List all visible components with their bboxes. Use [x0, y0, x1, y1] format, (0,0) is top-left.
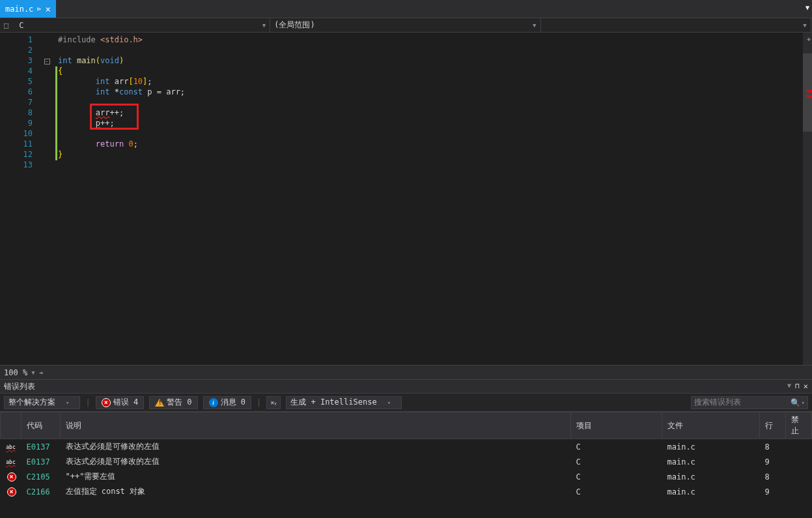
- code-line: return 0;: [58, 139, 803, 150]
- zoom-level: 100 %: [4, 368, 27, 377]
- error-code[interactable]: E0137: [21, 439, 61, 455]
- close-icon[interactable]: ×: [45, 4, 50, 14]
- code-line: [58, 160, 803, 171]
- chevron-down-icon: ▾: [802, 399, 805, 406]
- cell-line: 9: [760, 484, 786, 499]
- chevron-down-icon: ▼: [262, 22, 266, 29]
- error-table-body: abcE0137表达式必须是可修改的左值Cmain.c8abcE0137表达式必…: [1, 439, 812, 500]
- scope-2-label: (全局范围): [274, 20, 315, 31]
- col-line[interactable]: 行: [760, 412, 786, 439]
- cell-file: main.c: [662, 484, 760, 499]
- cell-project: C: [571, 484, 662, 499]
- pin-icon[interactable]: ⊓: [795, 382, 800, 391]
- cell-file: main.c: [662, 454, 760, 469]
- cell-file: main.c: [662, 469, 760, 484]
- scrollbar-thumb[interactable]: [803, 53, 812, 132]
- error-mark[interactable]: [807, 90, 812, 93]
- pin-icon[interactable]: ⊳: [37, 5, 41, 12]
- code-line: p++;: [58, 119, 803, 129]
- chevron-down-icon: ▼: [803, 22, 806, 29]
- code-line: {: [58, 66, 803, 77]
- build-mode-select[interactable]: 生成 + IntelliSense ▾: [286, 396, 402, 409]
- table-row[interactable]: abcE0137表达式必须是可修改的左值Cmain.c8: [1, 439, 812, 455]
- line-number: 3: [0, 56, 39, 66]
- cell-desc: 左值指定 const 对象: [61, 484, 571, 499]
- dropdown-icon[interactable]: ▼: [787, 382, 791, 391]
- clear-filter-button[interactable]: ✕ᵧ: [266, 396, 281, 409]
- line-number: 12: [0, 150, 39, 160]
- search-placeholder: 搜索错误列表: [694, 397, 791, 408]
- error-code[interactable]: C2105: [21, 469, 61, 484]
- chevron-down-icon[interactable]: ▼: [31, 369, 35, 376]
- line-number: 9: [0, 119, 39, 129]
- scope-1-label: C: [19, 21, 23, 30]
- code-line: [58, 98, 803, 108]
- scope-dropdown-1[interactable]: ⬚ C ▼: [0, 18, 270, 32]
- chevron-down-icon: ▾: [66, 399, 69, 406]
- fold-gutter: −: [39, 33, 55, 365]
- build-mode-label: 生成 + IntelliSense: [290, 397, 376, 408]
- col-file[interactable]: 文件: [662, 412, 760, 439]
- scope-dropdown-2[interactable]: (全局范围) ▼: [270, 18, 540, 32]
- scope-dropdown-3[interactable]: ▼: [541, 18, 811, 32]
- cell-desc: 表达式必须是可修改的左值: [61, 439, 571, 455]
- cell-project: C: [571, 454, 662, 469]
- cell-line: 8: [760, 439, 786, 455]
- tab-bar: main.c ⊳ × ▼: [0, 0, 812, 18]
- scope-select-label: 整个解决方案: [8, 397, 55, 408]
- code-line: [58, 129, 803, 139]
- code-text-area[interactable]: #include <stdio.h>int main(void){ int ar…: [58, 33, 803, 365]
- error-list-title-bar: 错误列表 ▼ ⊓ ×: [0, 379, 812, 394]
- errors-filter[interactable]: × 错误 4: [96, 396, 144, 409]
- cell-file: main.c: [662, 439, 760, 455]
- close-icon[interactable]: ×: [804, 382, 808, 391]
- fold-minus-icon[interactable]: −: [44, 59, 50, 65]
- chevron-down-icon: ▾: [387, 399, 391, 406]
- info-icon: i: [209, 398, 218, 407]
- line-number: 13: [0, 160, 39, 171]
- col-code[interactable]: 代码: [21, 412, 61, 439]
- line-number: 5: [0, 77, 39, 87]
- code-editor[interactable]: 12345678910111213 − #include <stdio.h>in…: [0, 33, 812, 365]
- col-desc[interactable]: 说明: [61, 412, 571, 439]
- line-number: 1: [0, 35, 39, 46]
- table-row[interactable]: abcE0137表达式必须是可修改的左值Cmain.c9: [1, 454, 812, 469]
- col-project[interactable]: 项目: [571, 412, 662, 439]
- warning-icon: [155, 399, 164, 407]
- search-input[interactable]: 搜索错误列表 🔍 ▾: [691, 396, 808, 409]
- scope-select[interactable]: 整个解决方案 ▾: [4, 396, 80, 409]
- error-mark[interactable]: [807, 95, 812, 98]
- messages-count: 消息 0: [221, 397, 245, 408]
- code-line: int main(void): [58, 56, 803, 66]
- code-line: int arr[10];: [58, 77, 803, 87]
- search-icon: 🔍: [791, 398, 800, 407]
- code-line: #include <stdio.h>: [58, 35, 803, 46]
- cell-line: 9: [760, 454, 786, 469]
- code-line: }: [58, 150, 803, 160]
- table-row[interactable]: ×C2166左值指定 const 对象Cmain.c9: [1, 484, 812, 499]
- line-number-gutter: 12345678910111213: [0, 33, 39, 365]
- error-table: 代码 说明 项目 文件 行 禁止 abcE0137表达式必须是可修改的左值Cma…: [0, 412, 812, 499]
- col-suppress[interactable]: 禁止: [786, 412, 812, 439]
- line-number: 2: [0, 46, 39, 56]
- warnings-filter[interactable]: 警告 0: [149, 396, 197, 409]
- tab-dropdown-icon[interactable]: ▼: [805, 4, 809, 11]
- table-row[interactable]: ×C2105"++"需要左值Cmain.c8: [1, 469, 812, 484]
- messages-filter[interactable]: i 消息 0: [203, 396, 251, 409]
- navigation-bar: ⬚ C ▼ (全局范围) ▼ ▼: [0, 18, 812, 33]
- error-code[interactable]: E0137: [21, 454, 61, 469]
- cell-desc: "++"需要左值: [61, 469, 571, 484]
- split-icon[interactable]: ✚: [807, 35, 811, 42]
- line-number: 10: [0, 129, 39, 139]
- error-icon: ×: [102, 398, 111, 407]
- cell-project: C: [571, 469, 662, 484]
- line-number: 8: [0, 108, 39, 119]
- panel-title-label: 错误列表: [4, 381, 35, 392]
- tab-main[interactable]: main.c ⊳ ×: [0, 0, 56, 18]
- error-code[interactable]: C2166: [21, 484, 61, 499]
- nav-left-icon[interactable]: ◄: [39, 369, 43, 376]
- vertical-scrollbar[interactable]: ✚: [803, 33, 812, 365]
- intellisense-error-icon: abc: [6, 444, 16, 452]
- cell-line: 8: [760, 469, 786, 484]
- line-number: 6: [0, 87, 39, 98]
